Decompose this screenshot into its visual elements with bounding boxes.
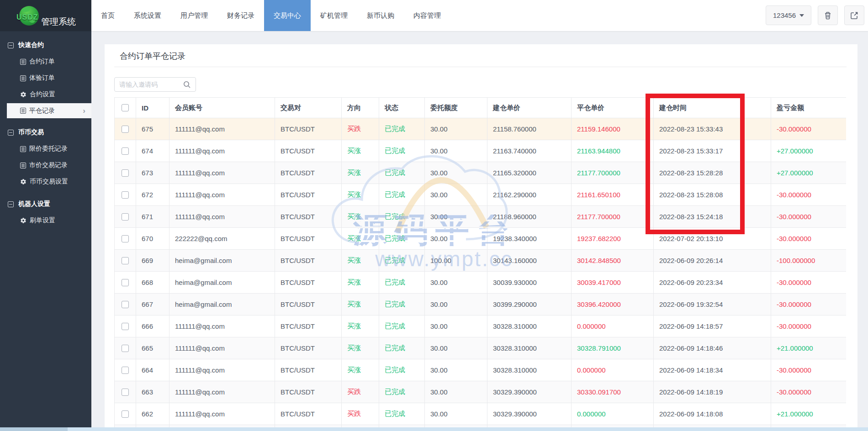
cell-profit: -30.000000 xyxy=(771,381,847,403)
horizontal-scrollbar[interactable] xyxy=(0,427,868,431)
row-checkbox[interactable] xyxy=(122,389,129,396)
sidebar-item[interactable]: 市价交易记录 xyxy=(0,157,91,173)
cell-status: 已完成 xyxy=(379,140,425,162)
row-checkbox[interactable] xyxy=(122,410,129,418)
orders-table-wrap: ID会员账号交易对方向状态委托额度建仓单价平仓单价建仓时间盈亏金额 675111… xyxy=(114,97,846,428)
cell-pair: BTC/USDT xyxy=(275,337,342,359)
table-row: 669heima@gmail.comBTC/USDT买涨已完成100.00301… xyxy=(115,250,847,272)
user-dropdown[interactable]: 123456 xyxy=(766,5,811,25)
chevron-right-icon: › xyxy=(83,106,85,116)
search-icon[interactable] xyxy=(183,80,191,89)
cell-amount: 30.00 xyxy=(425,118,487,140)
sidebar-item-label: 刷单设置 xyxy=(30,216,55,225)
cell-open-time: 2022-06-09 19:32:54 xyxy=(654,294,771,315)
app-logo: USDZ 管理系统 xyxy=(0,0,91,31)
cell-profit: -30.000000 xyxy=(771,184,847,206)
row-checkbox-cell xyxy=(115,315,136,337)
row-checkbox[interactable] xyxy=(122,301,129,308)
nav-item[interactable]: 内容管理 xyxy=(404,0,450,31)
sidebar-item[interactable]: 币币交易设置 xyxy=(0,173,91,190)
column-header: 方向 xyxy=(342,98,379,118)
cell-status: 已完成 xyxy=(379,403,425,425)
nav-item[interactable]: 交易中心 xyxy=(264,0,311,31)
row-checkbox[interactable] xyxy=(122,323,129,330)
row-checkbox[interactable] xyxy=(122,235,129,242)
cell-account: 111111@qq.com xyxy=(169,359,275,381)
row-checkbox-cell xyxy=(115,206,136,228)
row-checkbox[interactable] xyxy=(122,147,129,155)
cell-status: 已完成 xyxy=(379,315,425,337)
search-input[interactable] xyxy=(115,81,183,88)
sidebar-item[interactable]: 限价委托记录 xyxy=(0,141,91,157)
sidebar-item[interactable]: 合约订单 xyxy=(0,53,91,70)
nav-item[interactable]: 矿机管理 xyxy=(311,0,357,31)
row-checkbox-cell xyxy=(115,381,136,403)
nav-item[interactable]: 用户管理 xyxy=(171,0,217,31)
logo-text: USDZ xyxy=(16,13,38,21)
row-checkbox[interactable] xyxy=(122,126,129,133)
nav-item[interactable]: 首页 xyxy=(91,0,124,31)
cell-account: 111111@qq.com xyxy=(169,315,275,337)
top-navbar: 首页系统设置用户管理财务记录交易中心矿机管理新币认购内容管理 123456 xyxy=(0,0,868,31)
cell-amount: 30.00 xyxy=(425,162,487,184)
sidebar-section-0[interactable]: 快速合约 xyxy=(0,37,91,53)
trash-button[interactable] xyxy=(818,5,838,25)
sidebar-section-2[interactable]: 机器人设置 xyxy=(0,196,91,212)
sidebar-item[interactable]: 体验订单 xyxy=(0,70,91,86)
sidebar-item[interactable]: 合约设置 xyxy=(0,86,91,103)
row-checkbox[interactable] xyxy=(122,367,129,374)
cell-profit: -30.000000 xyxy=(771,206,847,228)
nav-item[interactable]: 新币认购 xyxy=(357,0,404,31)
column-header: 建仓单价 xyxy=(487,98,572,118)
table-row: 664111111@qq.comBTC/USDT买涨已完成30.0030328.… xyxy=(115,359,847,381)
row-checkbox[interactable] xyxy=(122,191,129,199)
cell-close-price: 21163.944800 xyxy=(572,140,654,162)
sidebar-item[interactable]: 平仓记录› xyxy=(7,103,91,118)
cell-open-price: 21162.290000 xyxy=(487,184,572,206)
cell-open-time: 2022-06-09 14:18:57 xyxy=(654,315,771,337)
cell-direction: 买涨 xyxy=(342,337,379,359)
nav-item[interactable]: 系统设置 xyxy=(124,0,171,31)
table-row: 666111111@qq.comBTC/USDT买涨已完成30.0030328.… xyxy=(115,315,847,337)
sidebar-item-label: 合约设置 xyxy=(30,90,55,99)
cell-direction: 买跌 xyxy=(342,118,379,140)
logout-button[interactable] xyxy=(844,5,864,25)
cell-open-price: 21165.320000 xyxy=(487,162,572,184)
cell-direction: 买涨 xyxy=(342,228,379,250)
orders-table: ID会员账号交易对方向状态委托额度建仓单价平仓单价建仓时间盈亏金额 675111… xyxy=(114,97,846,428)
cell-direction: 买涨 xyxy=(342,272,379,294)
cell-status: 已完成 xyxy=(379,272,425,294)
row-checkbox[interactable] xyxy=(122,345,129,352)
nav-item[interactable]: 财务记录 xyxy=(217,0,264,31)
scrollbar-thumb[interactable] xyxy=(0,427,68,431)
cell-pair: BTC/USDT xyxy=(275,381,342,403)
sidebar-item[interactable]: 刷单设置 xyxy=(0,212,91,229)
cell-status: 已完成 xyxy=(379,118,425,140)
row-checkbox[interactable] xyxy=(122,213,129,221)
cell-id: 664 xyxy=(136,359,169,381)
collapse-icon xyxy=(8,201,14,207)
chevron-down-icon xyxy=(799,14,804,17)
cell-id: 673 xyxy=(136,162,169,184)
sidebar-section-1[interactable]: 币币交易 xyxy=(0,124,91,141)
column-header: 建仓时间 xyxy=(654,98,771,118)
row-checkbox[interactable] xyxy=(122,257,129,264)
cell-profit: -30.000000 xyxy=(771,272,847,294)
table-row: 675111111@qq.comBTC/USDT买跌已完成30.0021158.… xyxy=(115,118,847,140)
cell-amount: 30.00 xyxy=(425,272,487,294)
row-checkbox[interactable] xyxy=(122,279,129,286)
cell-amount: 30.00 xyxy=(425,206,487,228)
cell-pair: BTC/USDT xyxy=(275,272,342,294)
user-dropdown-value: 123456 xyxy=(773,11,796,19)
row-checkbox-cell xyxy=(115,337,136,359)
cell-id: 662 xyxy=(136,403,169,425)
row-checkbox[interactable] xyxy=(122,169,129,177)
cell-close-price: 21161.650100 xyxy=(572,184,654,206)
cell-profit: -100.000000 xyxy=(771,250,847,272)
page-title: 合约订单平仓记录 xyxy=(120,51,185,62)
cell-direction: 买涨 xyxy=(342,162,379,184)
cell-amount: 30.00 xyxy=(425,315,487,337)
select-all-checkbox[interactable] xyxy=(122,104,129,111)
cell-direction: 买跌 xyxy=(342,381,379,403)
cell-id: 672 xyxy=(136,184,169,206)
